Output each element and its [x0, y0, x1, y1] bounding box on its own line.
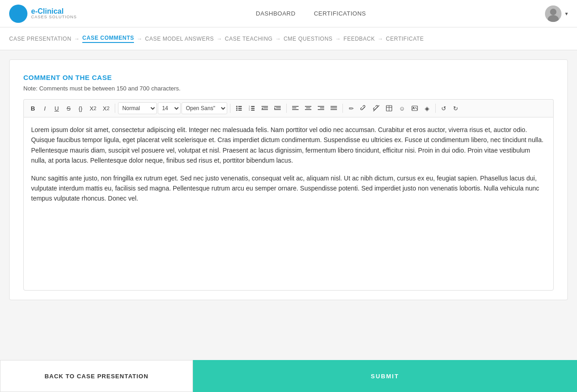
breadcrumb-case-presentation[interactable]: CASE PRESENTATION [9, 36, 71, 42]
svg-rect-10 [238, 110, 242, 111]
editor-toolbar: B I U S {} X2 X2 Normal Heading 1 Headin… [23, 99, 554, 117]
svg-rect-33 [318, 109, 324, 110]
logo-text: e-Clinical CASES SOLUTIONS [31, 7, 77, 20]
underline-button[interactable]: U [51, 102, 62, 114]
svg-rect-23 [274, 109, 281, 110]
main-content: COMMENT ON THE CASE Note: Comments must … [0, 50, 577, 346]
format-select[interactable]: Normal Heading 1 Heading 2 Heading 3 [118, 102, 157, 114]
header: eC e-Clinical CASES SOLUTIONS DASHBOARD … [0, 0, 577, 27]
font-size-select[interactable]: 8 10 12 14 16 18 24 36 [158, 102, 181, 114]
header-right: ▾ [545, 5, 568, 22]
svg-rect-35 [331, 108, 337, 109]
svg-point-43 [413, 107, 414, 108]
unordered-list-button[interactable] [233, 102, 245, 114]
bold-button[interactable]: B [27, 102, 38, 114]
redo-button[interactable]: ↻ [450, 102, 461, 114]
breadcrumb-arrow-4: → [275, 36, 281, 42]
superscript-button[interactable]: X2 [87, 102, 99, 114]
svg-text:eC: eC [15, 11, 23, 17]
undo-button[interactable]: ↺ [438, 102, 449, 114]
svg-rect-34 [331, 106, 337, 107]
svg-point-9 [236, 110, 238, 111]
italic-button[interactable]: I [39, 102, 50, 114]
svg-rect-14 [251, 108, 255, 109]
breadcrumb-case-comments[interactable]: CASE COMMENTS [82, 35, 134, 43]
nav-certifications[interactable]: CERTIFICATIONS [314, 8, 366, 19]
indent-button[interactable] [272, 102, 283, 114]
note-text: Note: Comments must be between 150 and 7… [23, 85, 554, 92]
avatar[interactable] [545, 5, 561, 22]
svg-rect-18 [263, 108, 268, 109]
emoji-button[interactable]: ☺ [396, 102, 407, 114]
toolbar-divider-5 [435, 104, 436, 113]
code-button[interactable]: {} [75, 102, 86, 114]
main-nav: DASHBOARD CERTIFICATIONS [256, 8, 366, 19]
svg-rect-19 [262, 109, 268, 110]
align-justify-button[interactable] [328, 102, 340, 114]
svg-point-7 [236, 108, 238, 109]
breadcrumb-arrow-6: → [378, 36, 383, 42]
table-button[interactable] [383, 102, 395, 114]
logo[interactable]: eC e-Clinical CASES SOLUTIONS [9, 5, 77, 23]
breadcrumb-cme-questions[interactable]: CME QUESTIONS [283, 36, 332, 42]
svg-rect-22 [276, 108, 281, 109]
svg-rect-25 [292, 106, 299, 107]
paragraph-1: Lorem ipsum dolor sit amet, consectetur … [31, 125, 546, 166]
svg-marker-24 [274, 107, 276, 109]
chevron-down-icon[interactable]: ▾ [565, 11, 568, 17]
unlink-button[interactable] [370, 102, 382, 114]
breadcrumb-arrow-1: → [74, 36, 80, 42]
font-family-select[interactable]: Open Sans" Arial Georgia Times New Roman [182, 102, 227, 114]
svg-rect-27 [292, 109, 299, 110]
breadcrumb-feedback[interactable]: FEEDBACK [343, 36, 375, 42]
svg-line-38 [374, 106, 379, 111]
svg-rect-6 [238, 106, 242, 107]
svg-rect-31 [318, 106, 324, 107]
svg-rect-12 [251, 106, 255, 107]
svg-line-37 [363, 107, 364, 109]
svg-rect-32 [320, 108, 324, 109]
svg-text:3.: 3. [249, 109, 250, 111]
svg-rect-36 [331, 109, 337, 110]
breadcrumb-arrow-5: → [335, 36, 341, 42]
paragraph-2: Nunc sagittis ante justo, non fringilla … [31, 173, 546, 204]
breadcrumb-arrow-3: → [217, 36, 222, 42]
toolbar-divider-3 [286, 104, 287, 113]
breadcrumb-arrow-2: → [137, 36, 142, 42]
toolbar-divider-1 [115, 104, 115, 113]
svg-rect-17 [262, 106, 268, 107]
breadcrumb-certificate[interactable]: CERTIFICATE [386, 36, 424, 42]
nav-dashboard[interactable]: DASHBOARD [256, 8, 296, 19]
align-center-button[interactable] [302, 102, 314, 114]
svg-rect-30 [305, 109, 311, 110]
outdent-button[interactable] [259, 102, 271, 114]
breadcrumb-case-model-answers[interactable]: CASE MODEL ANSWERS [145, 36, 214, 42]
link-button[interactable] [358, 102, 369, 114]
svg-rect-21 [274, 106, 281, 107]
breadcrumb-case-teaching[interactable]: CASE TEACHING [225, 36, 272, 42]
svg-rect-16 [251, 110, 255, 111]
section-title: COMMENT ON THE CASE [23, 74, 554, 81]
svg-point-5 [236, 106, 238, 107]
editor-card: COMMENT ON THE CASE Note: Comments must … [9, 59, 568, 300]
align-right-button[interactable] [315, 102, 327, 114]
svg-rect-29 [306, 108, 310, 109]
svg-point-3 [550, 9, 556, 15]
image-button[interactable] [409, 102, 421, 114]
logo-icon: eC [9, 5, 27, 23]
editor-wrapper: Lorem ipsum dolor sit amet, consectetur … [23, 117, 554, 291]
highlight-button[interactable]: ✏ [346, 102, 357, 114]
subscript-button[interactable]: X2 [100, 102, 112, 114]
breadcrumb: CASE PRESENTATION → CASE COMMENTS → CASE… [0, 27, 577, 50]
svg-rect-26 [292, 108, 296, 109]
svg-rect-8 [238, 108, 242, 109]
toolbar-divider-4 [342, 104, 343, 113]
strikethrough-button[interactable]: S [63, 102, 74, 114]
clear-format-button[interactable]: ◈ [422, 102, 433, 114]
svg-rect-28 [305, 106, 311, 107]
align-left-button[interactable] [289, 102, 301, 114]
editor-area[interactable]: Lorem ipsum dolor sit amet, consectetur … [23, 117, 554, 291]
svg-marker-20 [262, 107, 263, 109]
editor-content: Lorem ipsum dolor sit amet, consectetur … [31, 125, 546, 204]
ordered-list-button[interactable]: 1. 2. 3. [246, 102, 258, 114]
